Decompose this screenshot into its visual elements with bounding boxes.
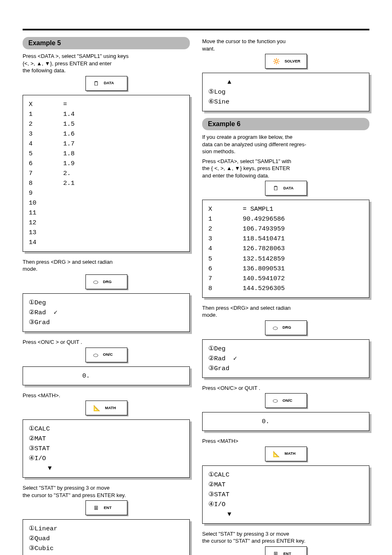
math-key: 📐 MATH — [265, 447, 307, 461]
data-key: 🗒 DATA — [265, 181, 307, 196]
sparkle-icon: 🔆 — [273, 58, 280, 64]
left-column: Example 5 Press <DATA >, select "SAMPL1"… — [23, 35, 190, 555]
lcd-display: X = SAMPL1 1 90.49296586 2 106.7493959 3… — [202, 200, 369, 297]
instruction-r3: Press <ON/C> or QUIT . — [202, 385, 369, 392]
section-heading-ex6: Example 6 — [202, 118, 369, 130]
lcd-display: ▲ ⑤Log ⑥Sine — [202, 73, 369, 111]
key-label: DRG — [103, 280, 112, 284]
key-label: ON/C — [283, 398, 293, 403]
key-label: ON/C — [103, 352, 113, 357]
ellipse-icon: ⬭ — [273, 398, 278, 403]
lcd-display: ①CALC ②MAT ③STAT ④I/O ▼ — [202, 465, 369, 524]
heading-text: Example 6 — [208, 120, 240, 127]
instruction-r0: Move the cursor to the function you want… — [202, 38, 369, 52]
ellipse-icon: ⬭ — [93, 352, 98, 358]
solver-key: 🔆 SOLVER — [265, 54, 307, 69]
instruction-l5: Select "STAT" by pressing 3 or move the … — [23, 484, 190, 499]
page-icon: 🗏 — [273, 551, 279, 555]
math-key: 📐 MATH — [85, 401, 127, 415]
key-label: ENT — [104, 506, 112, 510]
key-label: DATA — [284, 186, 294, 191]
triangle-ruler-icon: 📐 — [93, 405, 100, 411]
notebook-icon: 🗒 — [93, 81, 99, 86]
instruction-l2: Then press <DRG > and select radian mode… — [23, 258, 190, 273]
lcd-display: 0. — [23, 366, 190, 385]
lcd-display: ①CALC ②MAT ③STAT ④I/O ▼ — [23, 419, 190, 478]
instruction-r4: Press <MATH> — [202, 438, 369, 445]
drg-key: ⬭ DRG — [265, 320, 307, 335]
instruction-r2: Then press <DRG> and select radian mode. — [202, 304, 369, 319]
ellipse-icon: ⬭ — [273, 325, 278, 331]
top-rule — [23, 29, 369, 30]
onc-key: ⬭ ON/C — [265, 393, 307, 408]
key-label: DATA — [104, 81, 114, 85]
key-label: ENT — [284, 552, 291, 555]
key-label: DRG — [283, 325, 291, 330]
heading-text: Example 5 — [28, 39, 61, 46]
instruction-l4: Press <MATH>. — [23, 392, 190, 399]
lcd-display: ①Linear ②Quad ③Cubic ④Power ▼ — [23, 519, 190, 555]
notebook-icon: 🗒 — [273, 185, 279, 191]
intro-text: If you create a program like below, the … — [202, 134, 369, 155]
right-column: Move the cursor to the function you want… — [202, 35, 369, 555]
triangle-ruler-icon: 📐 — [273, 451, 280, 457]
lcd-display: 0. — [202, 412, 369, 431]
instruction-r5: Select "STAT" by pressing 3 or move the … — [202, 530, 369, 545]
instruction-l3: Press <ON/C > or QUIT . — [23, 339, 190, 346]
lcd-display: X = 1 1.4 2 1.5 3 1.6 4 1.7 5 1.8 6 1.9 … — [23, 95, 190, 252]
key-label: MATH — [285, 451, 296, 456]
ellipse-icon: ⬭ — [93, 279, 98, 285]
instruction-l1: Press <DATA >, select "SAMPL1" using key… — [23, 53, 190, 74]
ent-key: 🗏 ENT — [85, 500, 127, 515]
drg-key: ⬭ DRG — [85, 274, 127, 289]
key-label: SOLVER — [285, 59, 300, 64]
lcd-display: ①Deg ②Rad ✓ ③Grad — [23, 293, 190, 332]
instruction-r1: Press <DATA>, select "SAMPL1" with the {… — [202, 158, 369, 180]
lcd-display: ①Deg ②Rad ✓ ③Grad — [202, 339, 369, 378]
section-heading-ex5: Example 5 — [23, 37, 190, 49]
onc-key: ⬭ ON/C — [85, 348, 127, 362]
ent-key: 🗏 ENT — [265, 546, 307, 555]
data-key: 🗒 DATA — [85, 76, 127, 91]
key-label: MATH — [105, 406, 116, 410]
page-icon: 🗏 — [93, 505, 99, 511]
